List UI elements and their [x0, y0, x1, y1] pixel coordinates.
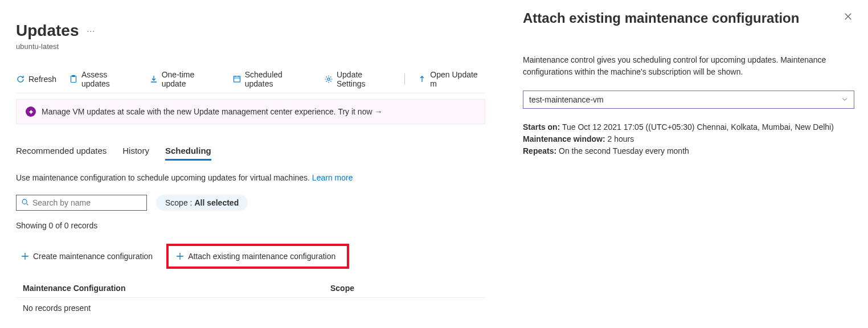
- scope-filter[interactable]: Scope : All selected: [156, 195, 248, 211]
- scheduled-label: Scheduled updates: [245, 70, 312, 88]
- create-config-button[interactable]: Create maintenance configuration: [16, 248, 157, 264]
- open-update-label: Open Update m: [430, 70, 485, 88]
- panel-title: Attach existing maintenance configuratio…: [523, 10, 799, 27]
- close-icon: [844, 13, 852, 20]
- assess-button[interactable]: Assess updates: [69, 70, 137, 88]
- tab-recommended[interactable]: Recommended updates: [16, 146, 107, 161]
- window-label: Maintenance window:: [523, 134, 605, 144]
- desc-text: Use maintenance configuration to schedul…: [16, 173, 312, 182]
- scope-value: All selected: [194, 198, 239, 207]
- info-banner[interactable]: Manage VM updates at scale with the new …: [16, 99, 485, 124]
- clipboard-icon: [69, 75, 78, 84]
- onetime-label: One-time update: [162, 70, 220, 88]
- search-input-wrapper[interactable]: [16, 195, 147, 211]
- scheduling-description: Use maintenance configuration to schedul…: [16, 173, 485, 182]
- svg-point-4: [22, 199, 27, 204]
- chevron-down-icon: [841, 95, 848, 104]
- create-label: Create maintenance configuration: [33, 252, 153, 261]
- table-empty-row: No records present: [16, 297, 485, 318]
- record-count: Showing 0 of 0 records: [16, 221, 485, 230]
- settings-button[interactable]: Update Settings: [324, 70, 392, 88]
- config-details: Starts on: Tue Oct 12 2021 17:05 ((UTC+0…: [523, 121, 854, 157]
- window-value: 2 hours: [605, 134, 634, 144]
- settings-label: Update Settings: [337, 70, 392, 88]
- tab-scheduling[interactable]: Scheduling: [165, 146, 211, 161]
- repeats-value: On the second Tuesday every month: [556, 146, 689, 155]
- refresh-button[interactable]: Refresh: [16, 75, 56, 84]
- tab-history[interactable]: History: [122, 146, 149, 161]
- refresh-icon: [16, 75, 25, 84]
- attach-panel: Attach existing maintenance configuratio…: [509, 0, 868, 328]
- svg-point-3: [327, 78, 330, 80]
- panel-description: Maintenance control gives you scheduling…: [523, 54, 854, 78]
- tabs: Recommended updates History Scheduling: [16, 146, 485, 161]
- gear-icon: [324, 75, 333, 84]
- toolbar: Refresh Assess updates One-time update S…: [16, 70, 485, 93]
- repeats-label: Repeats:: [523, 146, 556, 155]
- search-icon: [21, 198, 29, 208]
- learn-more-link[interactable]: Learn more: [312, 173, 353, 182]
- config-select[interactable]: test-maintenance-vm: [523, 91, 854, 109]
- more-icon[interactable]: ···: [87, 26, 95, 35]
- open-update-button[interactable]: Open Update m: [417, 70, 485, 88]
- attach-label: Attach existing maintenance configuratio…: [188, 252, 335, 261]
- starts-value: Tue Oct 12 2021 17:05 ((UTC+05:30) Chenn…: [560, 122, 834, 132]
- page-subtitle: ubuntu-latest: [16, 42, 485, 51]
- download-icon: [149, 75, 158, 84]
- th-maintenance-config: Maintenance Configuration: [23, 284, 330, 293]
- svg-rect-2: [234, 76, 240, 82]
- refresh-label: Refresh: [28, 75, 56, 84]
- close-button[interactable]: [842, 10, 854, 24]
- banner-text: Manage VM updates at scale with the new …: [42, 107, 382, 116]
- th-scope: Scope: [330, 284, 478, 293]
- highlighted-attach-box: Attach existing maintenance configuratio…: [166, 244, 349, 269]
- plus-icon: [21, 252, 30, 261]
- page-title: Updates: [16, 22, 79, 40]
- attach-config-button[interactable]: Attach existing maintenance configuratio…: [171, 248, 340, 264]
- config-selected-value: test-maintenance-vm: [529, 95, 604, 104]
- arrow-up-icon: [417, 75, 427, 84]
- assess-label: Assess updates: [81, 70, 137, 88]
- scheduled-button[interactable]: Scheduled updates: [232, 70, 312, 88]
- onetime-button[interactable]: One-time update: [149, 70, 220, 88]
- starts-label: Starts on:: [523, 122, 560, 132]
- table-header: Maintenance Configuration Scope: [16, 279, 485, 297]
- toolbar-separator: [404, 73, 405, 85]
- calendar-icon: [232, 75, 241, 84]
- scope-label: Scope :: [165, 198, 194, 207]
- search-input[interactable]: [32, 198, 142, 207]
- plus-icon: [175, 252, 185, 261]
- compass-icon: [26, 106, 36, 117]
- svg-rect-0: [71, 76, 76, 83]
